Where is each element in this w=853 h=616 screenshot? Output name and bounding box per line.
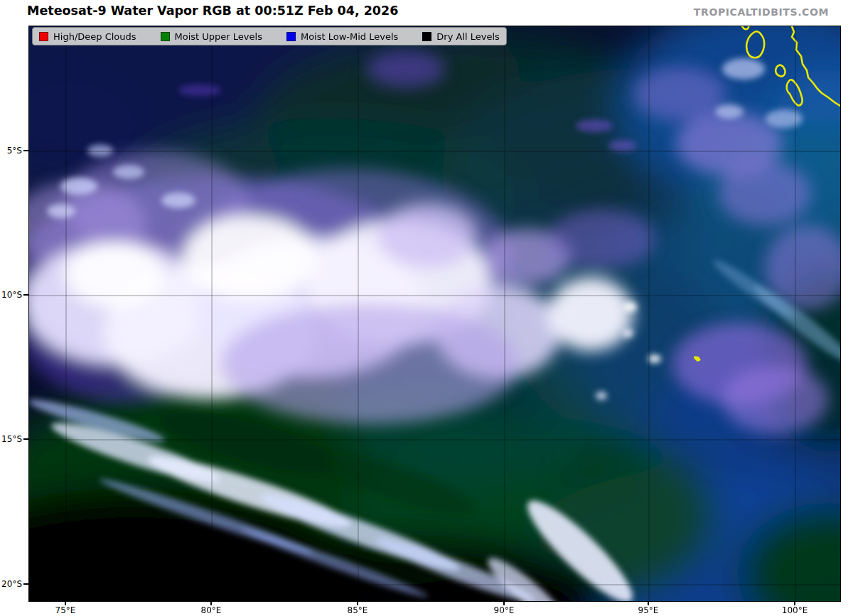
x-axis-label-90e: 90°E — [487, 605, 521, 615]
legend-item-high-deep-clouds: High/Deep Clouds — [39, 31, 136, 42]
y-tick-20s — [23, 583, 28, 585]
page: Meteosat-9 Water Vapor RGB at 00:51Z Feb… — [0, 0, 853, 616]
site-watermark: TROPICALTIDBITS.COM — [694, 6, 829, 18]
satellite-map: High/Deep Clouds Moist Upper Levels Mois… — [28, 26, 841, 602]
legend-label: Dry All Levels — [436, 31, 500, 42]
image-title: Meteosat-9 Water Vapor RGB at 00:51Z Feb… — [27, 4, 398, 18]
satellite-image — [29, 26, 840, 601]
y-axis-label-10s: 10°S — [0, 290, 22, 300]
y-tick-5s — [23, 150, 28, 151]
y-axis-label-5s: 5°S — [0, 146, 22, 156]
legend-label: Moist Low-Mid Levels — [301, 31, 398, 42]
legend-label: Moist Upper Levels — [175, 31, 262, 42]
legend-label: High/Deep Clouds — [53, 31, 136, 42]
legend: High/Deep Clouds Moist Upper Levels Mois… — [32, 27, 507, 45]
y-tick-15s — [23, 438, 28, 440]
legend-item-moist-upper: Moist Upper Levels — [161, 31, 262, 42]
legend-swatch-green — [161, 32, 170, 41]
legend-item-dry: Dry All Levels — [422, 31, 500, 42]
legend-swatch-blue — [286, 32, 296, 41]
y-tick-10s — [23, 294, 28, 296]
x-axis-label-75e: 75°E — [48, 605, 82, 615]
x-axis-label-100e: 100°E — [778, 605, 812, 615]
x-axis-label-85e: 85°E — [340, 605, 375, 615]
legend-item-moist-low-mid: Moist Low-Mid Levels — [286, 31, 398, 42]
x-axis-label-95e: 95°E — [631, 605, 665, 615]
legend-swatch-red — [39, 32, 48, 41]
y-axis-label-20s: 20°S — [0, 579, 22, 589]
y-axis-label-15s: 15°S — [0, 434, 22, 444]
legend-swatch-black — [422, 32, 431, 41]
x-axis-label-80e: 80°E — [194, 605, 228, 615]
